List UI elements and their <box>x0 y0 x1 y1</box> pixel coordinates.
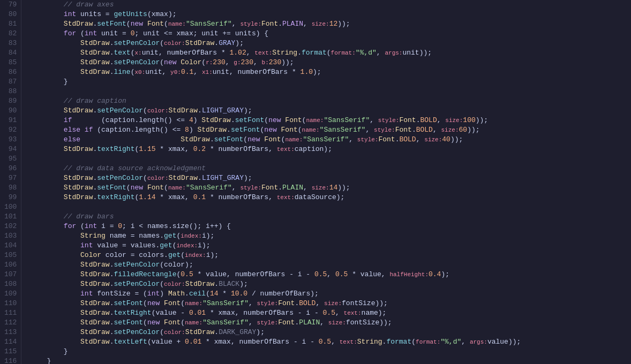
comment-draw-bars: // draw bars <box>30 212 114 222</box>
code-content[interactable]: // draw axes int units = getUnits(xmax);… <box>21 0 631 364</box>
line-numbers: 79 80 81 82 83 84 85 86 87 88 89 90 91 9… <box>0 0 21 364</box>
line-93: else StdDraw.setFont(new Font(name:"Sans… <box>30 135 631 145</box>
line-106: StdDraw.setPenColor(color); <box>30 260 631 270</box>
line-109: int fontSize = (int) Math.ceil(14 * 10.0… <box>30 289 631 299</box>
line-85: StdDraw.setPenColor(new Color(r:230, g:2… <box>30 58 631 67</box>
line-80: int units = getUnits(xmax); <box>30 10 631 19</box>
line-84: StdDraw.text(x:unit, numberOfBars * 1.02… <box>30 48 631 58</box>
comment-draw-axes: // draw axes <box>30 0 114 10</box>
line-92: else if (caption.length() <= 8) StdDraw.… <box>30 125 631 135</box>
line-90: StdDraw.setPenColor(color:StdDraw.LIGHT_… <box>30 106 631 116</box>
line-102: for (int i = 0; i < names.size(); i++) { <box>30 222 631 231</box>
line-115: } <box>30 347 631 357</box>
line-82: for (int unit = 0; unit <= xmax; unit +=… <box>30 29 631 39</box>
line-83: StdDraw.setPenColor(color:StdDraw.GRAY); <box>30 39 631 48</box>
line-88 <box>30 87 631 96</box>
line-86: StdDraw.line(x0:unit, y0:0.1, x1:unit, n… <box>30 67 631 77</box>
line-87: } <box>30 77 631 87</box>
line-89: // draw caption <box>30 96 631 106</box>
line-103: String name = names.get(index:i); <box>30 231 631 241</box>
line-100 <box>30 202 631 212</box>
line-112: StdDraw.setFont(new Font(name:"SansSerif… <box>30 318 631 328</box>
line-91: if (caption.length() <= 4) StdDraw.setFo… <box>30 116 631 125</box>
line-105: Color color = colors.get(index:i); <box>30 251 631 260</box>
line-81: StdDraw.setFont(new Font(name:"SansSerif… <box>30 19 631 29</box>
line-113: StdDraw.setPenColor(color:StdDraw.DARK_G… <box>30 328 631 337</box>
line-111: StdDraw.textRight(value - 0.01 * xmax, n… <box>30 308 631 318</box>
line-114: StdDraw.textLeft(value + 0.01 * xmax, nu… <box>30 337 631 347</box>
line-79: // draw axes <box>30 0 631 10</box>
line-110: StdDraw.setFont(new Font(name:"SansSerif… <box>30 299 631 308</box>
comment-data-source: // draw data source acknowledgment <box>30 164 206 173</box>
line-108: StdDraw.setPenColor(color:StdDraw.BLACK)… <box>30 279 631 289</box>
line-101: // draw bars <box>30 212 631 222</box>
line-104: int value = values.get(index:i); <box>30 241 631 251</box>
code-editor: 79 80 81 82 83 84 85 86 87 88 89 90 91 9… <box>0 0 631 364</box>
line-96: // draw data source acknowledgment <box>30 164 631 173</box>
line-116: } <box>30 357 631 364</box>
line-107: StdDraw.filledRectangle(0.5 * value, num… <box>30 270 631 279</box>
line-98: StdDraw.setFont(new Font(name:"SansSerif… <box>30 183 631 193</box>
line-97: StdDraw.setPenColor(color:StdDraw.LIGHT_… <box>30 173 631 183</box>
line-94: StdDraw.textRight(1.15 * xmax, 0.2 * num… <box>30 145 631 154</box>
comment-draw-caption: // draw caption <box>30 96 126 106</box>
line-95 <box>30 154 631 164</box>
line-99: StdDraw.textRight(1.14 * xmax, 0.1 * num… <box>30 193 631 202</box>
